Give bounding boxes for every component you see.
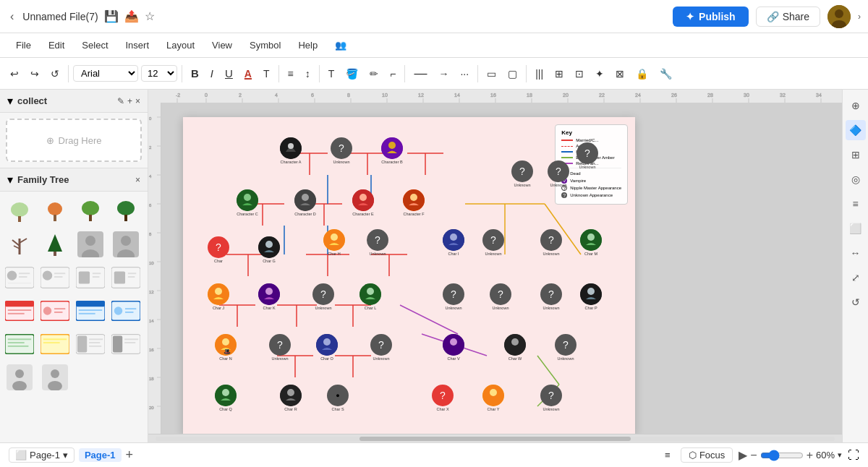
fullscreen-btn[interactable]: ⛶	[848, 449, 859, 462]
star-icon[interactable]: ☆	[145, 9, 155, 23]
line-tool[interactable]: —	[409, 63, 431, 84]
focus-button[interactable]: ⬡ Focus	[681, 447, 733, 463]
shape-card-5[interactable]	[4, 329, 35, 359]
extra1-tool[interactable]: ⊞	[550, 65, 568, 82]
share-button[interactable]: 🔗 Share	[756, 7, 820, 27]
menu-help[interactable]: Help	[291, 37, 325, 53]
back-button[interactable]: ‹	[7, 7, 17, 26]
right-shape-panel-btn[interactable]: 🔷	[846, 120, 866, 140]
redo-button[interactable]: ↪	[26, 65, 43, 82]
shape-tree-light[interactable]	[4, 196, 35, 226]
shape-tree-pine[interactable]	[40, 229, 70, 260]
share-icon[interactable]: 📤	[124, 9, 139, 23]
dashes-tool[interactable]: ···	[456, 65, 473, 82]
undo-button[interactable]: ↩	[6, 65, 23, 82]
family-tree-close-icon[interactable]: ×	[135, 175, 140, 185]
right-history-btn[interactable]: ↺	[846, 292, 866, 312]
shape-red-card-1[interactable]	[4, 296, 35, 326]
publish-button[interactable]: ✦ Publish	[673, 7, 749, 27]
shape-blue-card-2[interactable]	[111, 296, 141, 326]
shape-card-6[interactable]	[40, 329, 70, 359]
collect-close-icon[interactable]: ×	[135, 96, 140, 106]
family-tree-expand-icon[interactable]: ▾	[7, 173, 13, 187]
bold-button[interactable]: B	[187, 64, 203, 82]
menu-symbol[interactable]: Symbol	[242, 37, 288, 53]
shape-tree-bare[interactable]	[4, 229, 35, 260]
spacing-button[interactable]: ↕	[301, 65, 315, 82]
shape-tree-fall[interactable]	[40, 196, 70, 226]
container-tool[interactable]: ▭	[482, 65, 501, 82]
menu-file[interactable]: File	[9, 37, 38, 53]
menu-insert[interactable]: Insert	[119, 37, 157, 53]
collect-add-icon[interactable]: +	[127, 96, 132, 106]
align-button[interactable]: ≡	[284, 65, 298, 82]
page-indicator[interactable]: ⬜ Page-1 ▾	[9, 447, 75, 463]
italic-button[interactable]: I	[206, 64, 218, 82]
extra3-tool[interactable]: ✦	[591, 65, 608, 82]
horizontal-scrollbar[interactable]	[148, 434, 842, 442]
font-size-select[interactable]: 12	[141, 65, 177, 82]
main-area: ▾ collect ✎ + × ⊕ Drag Here ▾ Family Tre…	[0, 90, 868, 442]
underline-button[interactable]: U	[221, 64, 237, 82]
font-select[interactable]: Arial	[73, 65, 138, 82]
shape-person-card-3[interactable]	[75, 262, 106, 293]
shape-small-1[interactable]	[4, 362, 35, 393]
shape-blue-card-1[interactable]	[75, 296, 106, 326]
lock-tool[interactable]: 🔒	[631, 65, 652, 82]
rect-tool[interactable]: ▢	[503, 65, 522, 82]
wrench-tool[interactable]: 🔧	[655, 65, 676, 82]
shape-person-female[interactable]	[111, 229, 141, 260]
right-circle-btn[interactable]: ◎	[846, 169, 866, 189]
right-add-shape-btn[interactable]: ⊕	[846, 95, 866, 116]
save-icon[interactable]: 💾	[104, 9, 119, 23]
menu-layout[interactable]: Layout	[159, 37, 202, 53]
canvas-scroll[interactable]: Key Married/C... Adopted B	[161, 103, 842, 434]
menu-edit[interactable]: Edit	[41, 37, 72, 53]
shape-person-male[interactable]	[75, 229, 106, 260]
menu-select[interactable]: Select	[75, 37, 115, 53]
menu-view[interactable]: View	[205, 37, 239, 53]
right-rect-btn[interactable]: ⬜	[846, 218, 866, 239]
zoom-slider[interactable]	[760, 450, 804, 461]
shape-tree-green[interactable]	[75, 196, 106, 226]
avatar[interactable]	[827, 5, 851, 28]
hamburger-btn[interactable]: ≡	[660, 448, 675, 463]
shape-small-2[interactable]	[40, 362, 70, 393]
play-btn[interactable]: ▶	[739, 448, 747, 462]
shape-red-card-2[interactable]	[40, 296, 70, 326]
fill-tool[interactable]: 🪣	[341, 65, 362, 82]
arrow-tool[interactable]: →	[434, 65, 453, 82]
shape-person-card-1[interactable]	[4, 262, 35, 293]
collect-header[interactable]: ▾ collect ✎ + ×	[0, 90, 148, 113]
color-button[interactable]: A	[240, 65, 256, 82]
text-tool[interactable]: T	[324, 65, 339, 82]
right-resize-btn[interactable]: ↔	[846, 243, 866, 263]
right-list-btn[interactable]: ≡	[846, 194, 866, 214]
drag-here-area[interactable]: ⊕ Drag Here	[6, 119, 142, 162]
shape-person-card-2[interactable]	[40, 262, 70, 293]
shape-card-photo-2[interactable]	[111, 329, 141, 359]
add-page-button[interactable]: +	[126, 447, 134, 463]
zoom-chevron[interactable]: ▾	[838, 450, 842, 460]
zoom-out-btn[interactable]: −	[750, 449, 757, 462]
right-grid-btn[interactable]: ⊞	[846, 145, 866, 165]
cols-tool[interactable]: |||	[531, 65, 548, 82]
menu-collab[interactable]: 👥	[328, 37, 354, 53]
zoom-level[interactable]: 60%	[816, 450, 835, 460]
zoom-in-btn[interactable]: +	[807, 449, 813, 462]
family-tree-header[interactable]: ▾ Family Tree ×	[0, 168, 148, 192]
collect-edit-icon[interactable]: ✎	[117, 96, 124, 106]
profile-chevron[interactable]: ›	[858, 12, 861, 22]
shape-tree-dark[interactable]	[111, 196, 141, 226]
shape-person-card-4[interactable]	[111, 262, 141, 293]
collect-expand-icon[interactable]: ▾	[7, 94, 13, 108]
undo2-button[interactable]: ↺	[46, 65, 64, 82]
pen-tool[interactable]: ✏	[365, 65, 383, 82]
text-format-button[interactable]: T	[259, 65, 274, 82]
connector-tool[interactable]: ⌐	[386, 65, 400, 82]
right-fullscreen-btn[interactable]: ⤢	[846, 267, 866, 288]
extra4-tool[interactable]: ⊠	[611, 65, 629, 82]
active-page-tab[interactable]: Page-1	[79, 448, 122, 462]
shape-card-photo-1[interactable]	[75, 329, 106, 359]
extra2-tool[interactable]: ⊡	[571, 65, 588, 82]
